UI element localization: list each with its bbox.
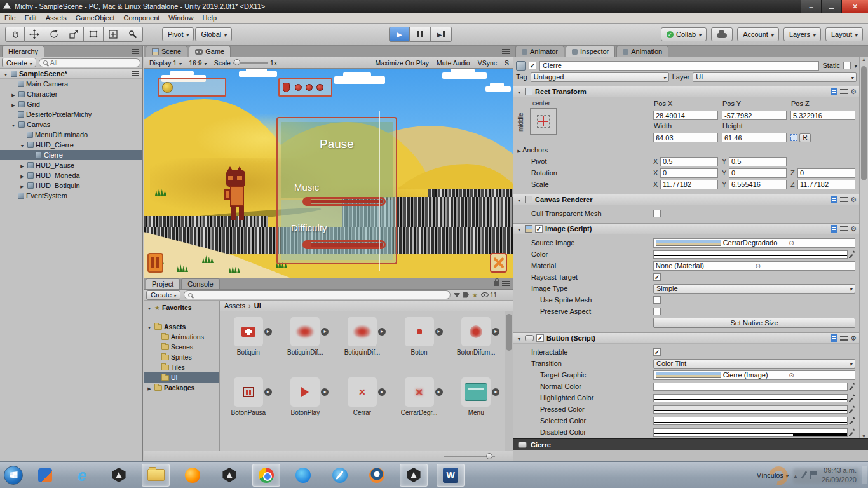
scene-menu-icon[interactable]: [132, 71, 139, 76]
stats-toggle[interactable]: S: [505, 59, 509, 67]
taskbar-clock[interactable]: 09:43 a.m. 26/09/2020: [822, 466, 857, 484]
game-pause-button[interactable]: [147, 253, 163, 273]
mute-audio-toggle[interactable]: Mute Audio: [437, 59, 470, 67]
pos-z-field[interactable]: [790, 111, 855, 120]
hierarchy-item-hud-botiquin[interactable]: HUD_Botiquin: [0, 180, 142, 191]
asset-tile[interactable]: Menu: [447, 377, 505, 438]
layer-dropdown[interactable]: UI: [693, 72, 857, 82]
expand-badge-icon[interactable]: [378, 388, 386, 396]
image-header[interactable]: Image (Script): [513, 224, 859, 234]
cloud-button[interactable]: [711, 27, 733, 41]
foldout-down-icon[interactable]: [10, 121, 17, 128]
vsync-toggle[interactable]: VSync: [478, 59, 497, 67]
source-image-field[interactable]: CerrarDegradado: [653, 238, 855, 248]
eyedropper-icon[interactable]: [848, 250, 855, 258]
tree-item-scenes[interactable]: Scenes: [144, 342, 219, 352]
asset-tile[interactable]: BotonDifum...: [447, 317, 505, 377]
sprite-mesh-checkbox[interactable]: [653, 296, 661, 304]
object-picker-icon[interactable]: [789, 240, 853, 247]
foldout-down-icon[interactable]: [516, 225, 522, 233]
pen-input-icon[interactable]: [801, 471, 807, 478]
tree-item-assets[interactable]: Assets: [144, 322, 219, 332]
tab-console[interactable]: Console: [181, 278, 219, 289]
expand-badge-icon[interactable]: [492, 328, 499, 336]
gear-icon[interactable]: [850, 88, 857, 96]
tree-item-tiles[interactable]: Tiles: [144, 362, 219, 372]
asset-tile[interactable]: Boton: [391, 317, 448, 377]
breadcrumb-assets[interactable]: Assets: [224, 302, 245, 309]
panel-menu-icon[interactable]: [502, 49, 510, 54]
account-dropdown[interactable]: Account: [737, 27, 779, 41]
foldout-down-icon[interactable]: [19, 141, 25, 149]
hierarchy-item-hud-cierre[interactable]: HUD_Cierre: [0, 140, 142, 150]
aspect-ratio-dropdown[interactable]: 16:9: [186, 59, 209, 67]
tab-scene[interactable]: Scene: [146, 46, 187, 57]
hierarchy-create-button[interactable]: Create: [2, 58, 36, 67]
color-swatch[interactable]: [653, 250, 848, 259]
search-by-label-button[interactable]: [463, 292, 469, 298]
custom-tool-button[interactable]: [123, 27, 143, 42]
tree-item-favorites[interactable]: Favorites: [144, 302, 219, 313]
help-icon[interactable]: [831, 334, 837, 342]
thumbnail-zoom-slider[interactable]: [444, 456, 495, 458]
inspector-scrollbar[interactable]: [859, 57, 868, 438]
global-toggle-button[interactable]: Global: [195, 27, 232, 41]
hierarchy-item-desierto[interactable]: DesiertoPixelarMichy: [0, 109, 142, 119]
menu-component[interactable]: Component: [119, 13, 164, 22]
rotation-z-field[interactable]: [797, 168, 855, 178]
selected-color-swatch[interactable]: [653, 417, 848, 425]
taskbar-firefox[interactable]: [179, 464, 207, 487]
gear-icon[interactable]: [850, 334, 857, 342]
expand-badge-icon[interactable]: [435, 388, 443, 396]
panel-menu-icon[interactable]: [502, 281, 510, 286]
gear-icon[interactable]: [850, 225, 857, 233]
button-enabled-checkbox[interactable]: [536, 334, 544, 342]
presets-icon[interactable]: [840, 89, 848, 94]
tree-item-ui-selected[interactable]: UI: [144, 372, 219, 383]
foldout-down-icon[interactable]: [146, 323, 153, 330]
anchor-preset-box[interactable]: [530, 108, 557, 135]
taskbar-edge[interactable]: [289, 464, 317, 487]
minimize-button[interactable]: [801, 0, 821, 13]
project-create-button[interactable]: Create: [146, 290, 180, 300]
tab-animation[interactable]: Animation: [616, 46, 668, 57]
project-scrollbar[interactable]: [505, 311, 513, 451]
expand-badge-icon[interactable]: [321, 388, 329, 396]
foldout-right-icon[interactable]: [10, 90, 17, 98]
maximize-button[interactable]: [821, 0, 841, 13]
scale-x-field[interactable]: [660, 180, 718, 189]
hidden-icons-chevron-icon[interactable]: [793, 471, 798, 479]
rect-tool-button[interactable]: [84, 27, 104, 42]
foldout-right-icon[interactable]: [19, 172, 25, 179]
scale-slider-knob[interactable]: [234, 59, 240, 65]
rotation-y-field[interactable]: [729, 168, 787, 178]
asset-tile[interactable]: BotiquinDif...: [277, 317, 334, 377]
hierarchy-item-scene[interactable]: SampleScene*: [0, 69, 142, 79]
target-graphic-field[interactable]: Cierre (Image): [653, 370, 855, 380]
menu-edit[interactable]: Edit: [20, 13, 41, 22]
expand-badge-icon[interactable]: [264, 328, 272, 336]
help-icon[interactable]: [831, 196, 837, 203]
lock-icon[interactable]: [494, 281, 499, 286]
help-icon[interactable]: [831, 225, 837, 233]
foldout-right-icon[interactable]: [10, 100, 17, 108]
expand-badge-icon[interactable]: [321, 328, 329, 336]
panel-menu-icon[interactable]: [132, 49, 139, 54]
taskbar-unity-3[interactable]: [400, 464, 428, 487]
scrollbar-thumb[interactable]: [506, 314, 512, 351]
play-button[interactable]: [389, 27, 410, 42]
links-toolbar[interactable]: Vínculos: [757, 471, 788, 479]
object-picker-icon[interactable]: [756, 262, 853, 269]
taskbar-blender[interactable]: [363, 464, 391, 487]
taskbar-unity-2[interactable]: [215, 464, 243, 487]
hierarchy-search-input[interactable]: All: [39, 58, 140, 67]
expand-badge-icon[interactable]: [378, 328, 386, 336]
height-field[interactable]: [722, 133, 787, 142]
difficulty-slider[interactable]: [303, 240, 386, 249]
tab-project[interactable]: Project: [146, 278, 180, 289]
active-checkbox[interactable]: [529, 62, 536, 69]
maximize-on-play-toggle[interactable]: Maximize On Play: [375, 59, 429, 67]
eyedropper-icon[interactable]: [848, 428, 855, 436]
tab-hierarchy[interactable]: Hierarchy: [2, 46, 44, 57]
tree-item-animations[interactable]: Animations: [144, 332, 219, 342]
